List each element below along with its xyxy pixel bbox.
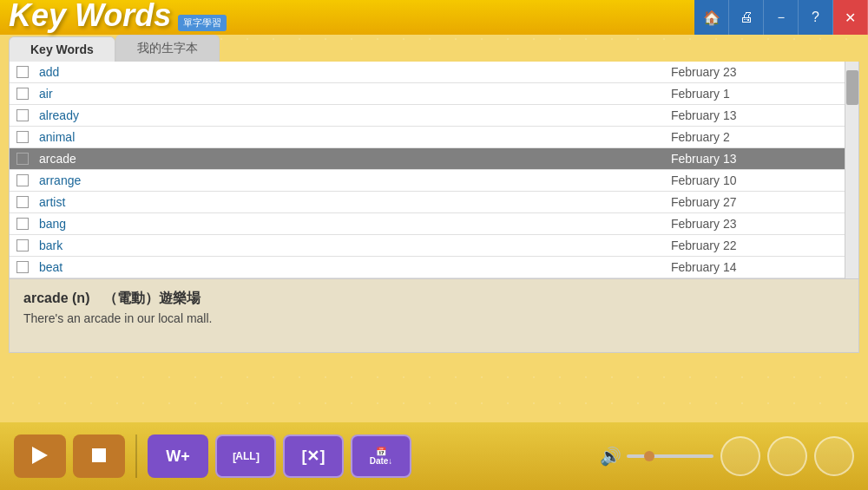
definition-panel: arcade (n) （電動）遊樂場 There's an arcade in … [9,279,859,353]
play-icon [32,447,48,467]
shuffle-icon: [✕] [302,447,326,466]
word-checkbox[interactable] [10,88,36,100]
stop-icon [92,448,106,465]
word-checkbox[interactable] [10,109,36,121]
word-checkbox[interactable] [10,174,36,186]
date-text: February 22 [671,238,845,252]
volume-icon[interactable]: 🔊 [600,446,621,467]
checkbox-box[interactable] [16,196,29,208]
word-list: addFebruary 23airFebruary 1alreadyFebrua… [10,62,845,278]
word-checkbox[interactable] [10,196,36,208]
volume-area: 🔊 [600,446,713,467]
table-row[interactable]: artistFebruary 27 [10,192,845,213]
help-button[interactable]: ? [799,0,833,35]
word-add-button[interactable]: W+ [148,434,208,478]
date-text: February 2 [671,130,845,144]
word-text: animal [36,130,671,144]
checkbox-box[interactable] [16,88,29,100]
tab-keywords[interactable]: Key Words [9,36,115,62]
word-text: air [36,87,671,101]
list-with-scroll: addFebruary 23airFebruary 1alreadyFebrua… [10,62,858,278]
date-text: February 10 [671,173,845,187]
circle-btn-1[interactable] [720,436,760,476]
table-row[interactable]: addFebruary 23 [10,62,845,83]
checkbox-box[interactable] [16,66,29,78]
tab-bar: Key Words 我的生字本 [9,35,859,62]
word-text: bark [36,238,671,252]
word-text: arrange [36,173,671,187]
volume-thumb[interactable] [644,451,654,461]
app-badge: 單字學習 [178,15,227,31]
table-row[interactable]: arrangeFebruary 10 [10,170,845,192]
word-checkbox[interactable] [10,131,36,143]
word-checkbox[interactable] [10,239,36,252]
checkbox-box[interactable] [16,174,29,186]
main-content: Key Words 我的生字本 addFebruary 23airFebruar… [9,35,859,421]
table-row[interactable]: barkFebruary 22 [10,235,845,257]
table-row[interactable]: arcadeFebruary 13 [10,148,845,170]
date-text: February 1 [671,87,845,101]
circle-btn-3[interactable] [814,436,854,476]
table-row[interactable]: beatFebruary 14 [10,257,845,278]
word-list-panel: addFebruary 23airFebruary 1alreadyFebrua… [9,62,859,279]
scrollbar-track[interactable] [845,62,858,278]
date-label: Date↓ [370,456,393,466]
minimize-button[interactable]: － [764,0,799,35]
table-row[interactable]: bangFebruary 23 [10,213,845,235]
word-text: artist [36,195,671,209]
checkbox-box[interactable] [16,109,29,121]
stop-button[interactable] [73,434,125,478]
date-icon: 📅 Date↓ [370,447,393,466]
date-text: February 23 [671,65,845,79]
word-text: add [36,65,671,79]
word-text: arcade [36,152,671,166]
date-text: February 23 [671,217,845,231]
bottom-toolbar: W+ [ ALL ] [✕] 📅 Date↓ 🔊 [0,422,868,490]
word-add-label: W+ [166,448,190,466]
checkbox-box[interactable] [16,239,29,252]
word-text: already [36,108,671,122]
all-button[interactable]: [ ALL ] [215,434,276,478]
title-area: Key Words 單字學習 [0,0,227,35]
word-checkbox[interactable] [10,261,36,273]
volume-track[interactable] [627,454,713,458]
word-checkbox[interactable] [10,218,36,230]
toolbar-separator [135,434,137,478]
word-text: beat [36,260,671,274]
circle-btn-2[interactable] [767,436,807,476]
date-text: February 27 [671,195,845,209]
checkbox-box[interactable] [16,218,29,230]
word-checkbox[interactable] [10,153,36,165]
date-cal-icon: 📅 [376,447,386,456]
table-row[interactable]: animalFebruary 2 [10,127,845,148]
table-row[interactable]: airFebruary 1 [10,83,845,105]
all-label: ALL [235,450,255,462]
date-text: February 13 [671,152,845,166]
date-text: February 14 [671,260,845,274]
all-bracket-right: ] [256,450,259,463]
top-nav: 🏠 🖨 － ? ✕ [694,0,868,35]
top-bar: Key Words 單字學習 🏠 🖨 － ? ✕ [0,0,868,35]
play-button[interactable] [14,434,66,478]
checkbox-box[interactable] [16,261,29,273]
definition-sentence: There's an arcade in our local mall. [23,311,845,325]
home-button[interactable]: 🏠 [694,0,729,35]
word-checkbox[interactable] [10,66,36,78]
table-row[interactable]: alreadyFebruary 13 [10,105,845,127]
checkbox-box[interactable] [16,131,29,143]
print-button[interactable]: 🖨 [729,0,764,35]
tab-mywords[interactable]: 我的生字本 [115,35,220,62]
definition-word: arcade (n) （電動）遊樂場 [23,290,845,308]
checkbox-box[interactable] [16,153,29,165]
word-text: bang [36,217,671,231]
date-sort-button[interactable]: 📅 Date↓ [351,434,411,478]
close-button[interactable]: ✕ [833,0,868,35]
shuffle-button[interactable]: [✕] [283,434,344,478]
app-title: Key Words [9,0,171,31]
scrollbar-thumb[interactable] [846,70,858,105]
date-text: February 13 [671,108,845,122]
